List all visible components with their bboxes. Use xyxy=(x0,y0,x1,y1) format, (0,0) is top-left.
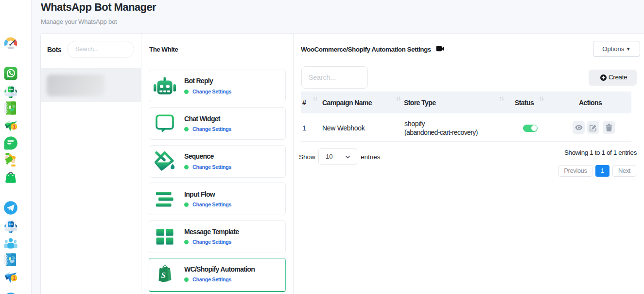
svg-text:1: 1 xyxy=(13,276,16,281)
svg-text:S: S xyxy=(161,271,166,280)
svg-text:1: 1 xyxy=(13,124,16,129)
